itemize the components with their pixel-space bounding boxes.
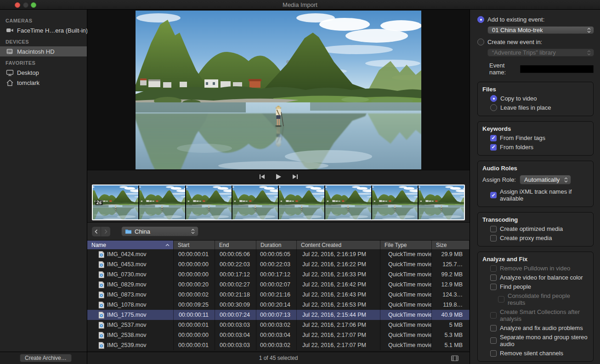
from-folders-checkbox[interactable]: ✓ <box>490 144 497 151</box>
from-finder-tags-checkbox[interactable]: ✓ <box>490 135 497 141</box>
column-header-name[interactable]: Name <box>87 241 174 249</box>
preview-photo <box>136 11 421 169</box>
chevron-up-down-icon <box>191 229 195 234</box>
assign-role-label: Assign Role: <box>482 176 516 183</box>
table-row[interactable]: IMG_0453.mov 00:00:00:00 00:00:22:03 00:… <box>87 259 470 269</box>
chevron-up-down-icon <box>587 50 591 56</box>
sidebar-item-macintosh-hd[interactable]: Macintosh HD <box>0 46 87 56</box>
back-button[interactable] <box>92 227 101 236</box>
separate-mono-checkbox[interactable] <box>490 337 497 344</box>
movie-file-icon <box>98 271 104 278</box>
hard-drive-icon <box>6 48 14 55</box>
existing-event-popup[interactable]: 01 China Moto-trek <box>487 26 594 34</box>
filmstrip-area: 2s <box>87 183 470 222</box>
skip-to-start-button[interactable] <box>258 173 266 180</box>
folder-popup-menu[interactable]: China <box>121 226 198 236</box>
remove-pulldown-checkbox <box>490 265 497 272</box>
movie-file-icon <box>98 342 104 349</box>
library-popup[interactable]: “Adventure Trips” library <box>487 49 594 56</box>
sidebar-section-cameras: CAMERAS <box>0 14 87 25</box>
column-header-size[interactable]: Size <box>432 241 470 249</box>
create-new-event-radio[interactable] <box>477 39 484 45</box>
create-optimized-media-checkbox[interactable] <box>490 226 497 232</box>
table-row[interactable]: IMG_0424.mov 00:00:00:01 00:00:05:06 00:… <box>87 249 470 259</box>
folder-name: China <box>135 228 188 235</box>
create-proxy-media-checkbox[interactable] <box>490 235 497 241</box>
table-header: Name Start End Duration Content Created … <box>87 241 470 249</box>
audio-roles-group: Audio Roles Assign Role: Automatically ✓… <box>477 161 594 207</box>
leave-files-in-place-radio[interactable] <box>490 104 497 111</box>
table-row[interactable]: IMG_0829.mov 00:00:00:20 00:00:02:27 00:… <box>87 280 470 290</box>
column-header-content-created[interactable]: Content Created <box>297 241 380 249</box>
add-to-existing-event-radio[interactable] <box>477 16 484 23</box>
window-title: Media Import <box>283 1 317 8</box>
table-row[interactable]: IMG_2538.mov 00:00:00:00 00:00:03:04 00:… <box>87 330 470 340</box>
transcoding-group: Transcoding Create optimized media Creat… <box>477 212 594 246</box>
movie-file-icon <box>98 312 104 319</box>
skip-to-end-button[interactable] <box>291 173 299 180</box>
filmstrip-frame[interactable] <box>325 185 371 219</box>
table-row-selected[interactable]: IMG_1775.mov 00:00:00:11 00:00:07:24 00:… <box>87 310 470 320</box>
close-window-icon[interactable] <box>15 2 20 8</box>
clip-filmstrip[interactable]: 2s <box>92 185 465 220</box>
filmstrip-frame[interactable] <box>419 185 464 219</box>
sidebar-item-facetime-camera[interactable]: FaceTime H…era (Built-in) <box>0 25 87 35</box>
chevron-up-down-icon <box>587 28 591 33</box>
filmstrip-view-toggle-button[interactable] <box>451 355 458 363</box>
movie-file-icon <box>98 322 104 329</box>
column-header-end[interactable]: End <box>215 241 256 249</box>
keywords-title: Keywords <box>482 125 589 132</box>
sidebar-item-desktop[interactable]: Desktop <box>0 67 87 78</box>
event-name-label: Event name: <box>489 62 518 76</box>
movie-file-icon <box>98 291 104 298</box>
analyze-balance-color-checkbox[interactable] <box>490 274 497 281</box>
status-bar: 1 of 45 selected <box>87 352 470 364</box>
media-import-window: Media Import CAMERAS FaceTime H…era (Bui… <box>0 0 600 364</box>
table-row[interactable]: IMG_0873.mov 00:00:00:02 00:00:21:18 00:… <box>87 290 470 300</box>
table-row[interactable]: IMG_2539.mov 00:00:00:01 00:00:03:03 00:… <box>87 340 470 350</box>
filmstrip-frame[interactable] <box>139 185 185 219</box>
find-people-checkbox[interactable] <box>490 284 497 290</box>
movie-file-icon <box>98 332 104 339</box>
fix-audio-problems-checkbox[interactable] <box>490 325 497 331</box>
column-header-duration[interactable]: Duration <box>256 241 297 249</box>
smart-collections-checkbox <box>490 312 497 319</box>
sort-ascending-icon <box>165 244 170 246</box>
zoom-window-icon[interactable] <box>31 2 36 8</box>
copy-to-video-radio[interactable] <box>490 95 497 102</box>
sidebar-section-favorites: FAVORITES <box>0 56 87 67</box>
ixml-track-names-checkbox[interactable]: ✓ <box>490 192 497 198</box>
play-button[interactable] <box>274 173 283 180</box>
sidebar-item-label: FaceTime H…era (Built-in) <box>17 27 88 34</box>
column-header-file-type[interactable]: File Type <box>380 241 432 249</box>
column-header-start[interactable]: Start <box>174 241 215 249</box>
sidebar-section-devices: DEVICES <box>0 35 87 46</box>
sidebar-item-label: Macintosh HD <box>17 48 55 55</box>
folder-navigation-bar: China <box>87 222 470 241</box>
remove-silent-channels-checkbox[interactable] <box>490 350 497 357</box>
video-camera-icon <box>6 27 14 34</box>
filmstrip-frame[interactable] <box>372 185 418 219</box>
sidebar-item-tomclark[interactable]: tomclark <box>0 78 87 88</box>
transcoding-title: Transcoding <box>482 216 589 223</box>
filmstrip-frame[interactable] <box>232 185 278 219</box>
table-row[interactable]: IMG_2537.mov 00:00:00:01 00:00:03:03 00:… <box>87 320 470 330</box>
minimize-window-icon[interactable] <box>23 2 28 8</box>
keywords-group: Keywords ✓ From Finder tags ✓ From folde… <box>477 121 594 156</box>
table-row[interactable]: IMG_0730.mov 00:00:00:00 00:00:17:12 00:… <box>87 269 470 280</box>
filmstrip-frame[interactable] <box>279 185 324 219</box>
movie-file-icon <box>98 261 104 268</box>
event-name-input[interactable] <box>520 65 594 73</box>
selection-status: 1 of 45 selected <box>87 355 470 361</box>
forward-button[interactable] <box>101 227 110 236</box>
add-to-existing-event-label: Add to existing event: <box>487 16 544 23</box>
filmstrip-frame[interactable] <box>186 185 232 219</box>
table-row[interactable]: IMG_1078.mov 00:00:09:25 00:00:30:09 00:… <box>87 300 470 310</box>
folder-icon <box>125 229 132 234</box>
import-options-panel: Add to existing event: 01 China Moto-tre… <box>470 10 600 364</box>
browser-pane: 2s <box>87 10 470 364</box>
assign-role-popup[interactable]: Automatically <box>520 175 571 185</box>
home-icon <box>6 79 14 86</box>
clip-list: IMG_0424.mov 00:00:00:01 00:00:05:06 00:… <box>87 249 470 352</box>
create-archive-button[interactable]: Create Archive… <box>20 354 72 362</box>
